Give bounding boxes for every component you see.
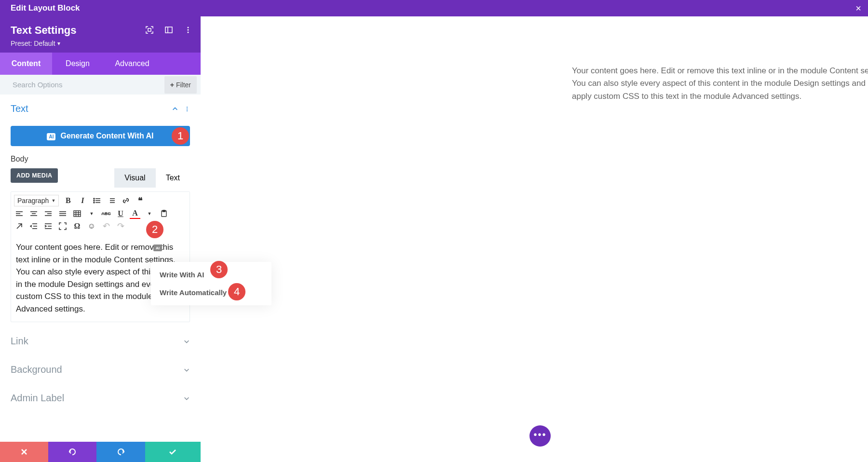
svg-point-5 xyxy=(188,32,189,33)
section-link-toggle[interactable]: Link xyxy=(0,327,201,355)
undo-button[interactable]: ↶ xyxy=(101,221,111,231)
section-link-label: Link xyxy=(11,336,28,347)
chevron-up-icon xyxy=(172,106,178,112)
align-right-button[interactable] xyxy=(43,208,54,219)
table-button[interactable] xyxy=(72,208,82,219)
svg-point-4 xyxy=(188,29,189,31)
search-filter-row: Search Options + Filter xyxy=(0,75,201,95)
svg-rect-0 xyxy=(148,28,151,31)
section-admin-label-label: Admin Label xyxy=(11,393,64,404)
filter-label: Filter xyxy=(176,81,191,89)
align-center-button[interactable] xyxy=(28,208,39,219)
clear-format-button[interactable] xyxy=(14,221,25,231)
special-char-button[interactable]: Ω xyxy=(72,221,82,231)
kebab-icon[interactable] xyxy=(184,106,190,112)
chevron-down-icon xyxy=(183,367,190,373)
svg-rect-36 xyxy=(163,210,165,212)
italic-button[interactable]: I xyxy=(77,195,88,206)
quote-button[interactable]: ❝ xyxy=(135,195,146,206)
discard-button[interactable] xyxy=(0,442,48,462)
redo-button[interactable]: ↷ xyxy=(115,221,126,231)
svg-point-12 xyxy=(94,198,95,199)
live-preview: Your content goes here. Edit or remove t… xyxy=(201,16,868,462)
annotation-badge-2: 2 xyxy=(146,221,163,238)
redo-footer-button[interactable] xyxy=(96,442,145,462)
editor-tab-visual[interactable]: Visual xyxy=(114,168,155,188)
annotation-badge-1: 1 xyxy=(172,127,189,145)
svg-point-13 xyxy=(94,200,95,201)
ai-badge-icon: AI xyxy=(47,133,55,140)
paste-button[interactable] xyxy=(159,208,169,219)
kebab-icon[interactable] xyxy=(184,26,192,34)
focus-icon[interactable] xyxy=(146,26,153,34)
svg-point-6 xyxy=(187,107,188,108)
svg-rect-1 xyxy=(165,27,172,33)
chevron-down-icon xyxy=(183,338,190,345)
add-media-button[interactable]: ADD MEDIA xyxy=(11,168,58,183)
page-fab[interactable]: ••• xyxy=(529,425,551,447)
generate-ai-label: Generate Content With AI xyxy=(60,132,153,140)
text-color-dropdown-icon[interactable]: ▼ xyxy=(144,208,155,219)
write-automatically-item[interactable]: Write Automatically xyxy=(151,284,271,301)
annotation-badge-3: 3 xyxy=(210,261,228,278)
modal-title: Edit Layout Block xyxy=(11,3,80,13)
fullscreen-button[interactable] xyxy=(57,221,68,231)
save-button[interactable] xyxy=(145,442,201,462)
close-icon[interactable]: × xyxy=(855,3,861,13)
indent-button[interactable] xyxy=(43,221,54,231)
underline-button[interactable]: U xyxy=(115,208,126,219)
paragraph-dropdown[interactable]: Paragraph xyxy=(14,195,59,206)
body-label: Body xyxy=(0,155,201,168)
emoji-button[interactable]: ☺ xyxy=(86,221,97,231)
strikethrough-button[interactable]: ABC xyxy=(101,208,111,219)
align-justify-button[interactable] xyxy=(57,208,68,219)
align-left-button[interactable] xyxy=(14,208,25,219)
preset-dropdown[interactable]: Preset: Default xyxy=(11,40,60,47)
settings-header: Text Settings Preset: Default xyxy=(0,16,201,53)
svg-point-7 xyxy=(187,108,188,109)
tab-advanced[interactable]: Advanced xyxy=(103,53,161,75)
section-background-label: Background xyxy=(11,364,62,375)
bullet-list-button[interactable] xyxy=(92,195,102,206)
undo-footer-button[interactable] xyxy=(48,442,96,462)
search-options-input[interactable]: Search Options xyxy=(0,75,164,95)
svg-point-3 xyxy=(188,27,189,28)
generate-ai-button[interactable]: AI Generate Content With AI xyxy=(11,126,190,146)
section-text-label: Text xyxy=(11,103,28,114)
link-button[interactable] xyxy=(121,195,131,206)
preview-body-text: Your content goes here. Edit or remove t… xyxy=(572,65,868,103)
svg-point-14 xyxy=(94,202,95,203)
inline-ai-icon[interactable]: AI xyxy=(153,245,162,251)
svg-point-8 xyxy=(187,110,188,111)
columns-icon[interactable] xyxy=(165,26,173,34)
modal-header: Edit Layout Block × xyxy=(0,0,868,16)
outdent-button[interactable] xyxy=(28,221,39,231)
numbered-list-button[interactable] xyxy=(106,195,117,206)
table-dropdown-icon[interactable]: ▼ xyxy=(86,208,97,219)
section-background-toggle[interactable]: Background xyxy=(0,355,201,384)
footer-actions xyxy=(0,442,201,462)
section-admin-label-toggle[interactable]: Admin Label xyxy=(0,384,201,412)
annotation-badge-4: 4 xyxy=(228,283,245,300)
tab-design[interactable]: Design xyxy=(52,53,103,75)
svg-rect-30 xyxy=(74,211,81,217)
tab-content[interactable]: Content xyxy=(0,53,52,75)
settings-sidebar: Text Settings Preset: Default Content De… xyxy=(0,16,201,462)
text-color-button[interactable]: A xyxy=(130,208,140,219)
bold-button[interactable]: B xyxy=(63,195,73,206)
chevron-down-icon xyxy=(183,395,190,402)
tab-bar: Content Design Advanced xyxy=(0,53,201,75)
preset-label: Preset: Default xyxy=(11,40,55,47)
filter-button[interactable]: + Filter xyxy=(164,76,197,94)
section-text-toggle[interactable]: Text xyxy=(0,95,201,123)
editor-tab-text[interactable]: Text xyxy=(156,168,190,188)
